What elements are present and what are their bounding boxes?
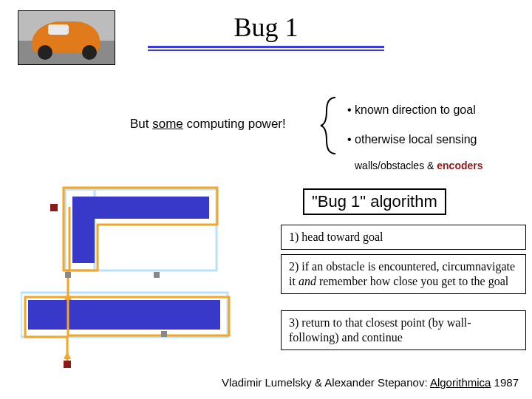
svg-rect-6 bbox=[65, 272, 71, 278]
start-marker bbox=[64, 361, 71, 368]
svg-rect-3 bbox=[28, 300, 220, 330]
car-image bbox=[18, 10, 115, 65]
svg-rect-8 bbox=[161, 331, 167, 337]
title-underline bbox=[148, 46, 384, 52]
requirement-2: • otherwise local sensing bbox=[347, 133, 477, 146]
step-1-box: 1) head toward goal bbox=[281, 225, 526, 250]
svg-marker-4 bbox=[64, 352, 71, 359]
requirement-detail: walls/obstacles & encoders bbox=[355, 160, 483, 171]
citation-source: Algorithmica bbox=[430, 376, 491, 389]
svg-rect-7 bbox=[154, 272, 160, 278]
power-underlined: some bbox=[152, 117, 183, 131]
power-suffix: computing power! bbox=[183, 117, 286, 131]
req-detail-encoders: encoders bbox=[437, 160, 482, 171]
citation-year: 1987 bbox=[491, 376, 519, 389]
brace-icon bbox=[319, 96, 341, 155]
computing-power-text: But some computing power! bbox=[130, 117, 286, 132]
requirement-1: • known direction to goal bbox=[347, 103, 476, 117]
bug1-diagram bbox=[21, 182, 272, 389]
req-detail-plain: walls/obstacles & bbox=[355, 160, 437, 171]
step2-and: and bbox=[299, 275, 316, 287]
power-prefix: But bbox=[130, 117, 152, 131]
step2-b: remember how close you get to the goal bbox=[316, 275, 508, 287]
goal-marker bbox=[50, 204, 58, 211]
step-2-box: 2) if an obstacle is encountered, circum… bbox=[281, 254, 526, 294]
step-3-box: 3) return to that closest point (by wall… bbox=[281, 310, 526, 350]
algorithm-title: "Bug 1" algorithm bbox=[303, 188, 446, 215]
